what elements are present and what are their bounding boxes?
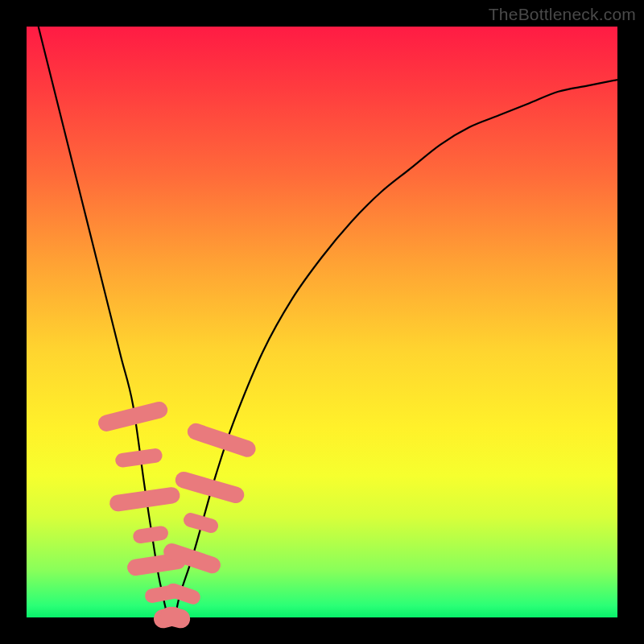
curve-marker: [185, 421, 258, 459]
curve-svg: [27, 27, 617, 617]
curve-marker: [132, 525, 169, 544]
marker-cluster: [97, 400, 258, 630]
plot-area: [27, 27, 617, 617]
bottleneck-curve: [39, 27, 617, 621]
curve-marker: [173, 470, 246, 506]
watermark-text: TheBottleneck.com: [489, 5, 636, 24]
chart-frame: TheBottleneck.com: [0, 0, 644, 644]
curve-marker: [182, 511, 220, 535]
